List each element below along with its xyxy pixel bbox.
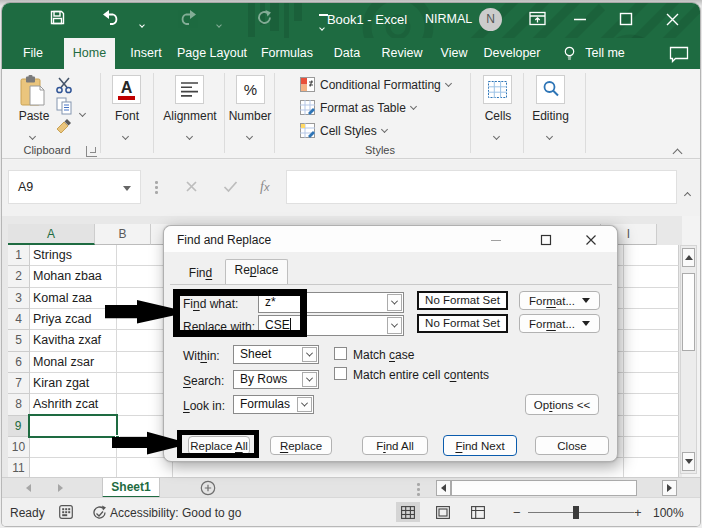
cell-I9[interactable] [623,416,679,437]
cut-icon[interactable] [55,77,73,94]
editing-group-button[interactable]: Editing [526,109,575,123]
horizontal-scrollbar-thumb[interactable] [451,480,637,496]
sheet-nav-right-icon[interactable] [58,484,63,492]
cells-dropdown-icon[interactable] [494,125,499,143]
format-painter-icon[interactable] [55,117,73,135]
close-button[interactable] [665,12,680,27]
cell-A3[interactable]: Komal zaa [30,288,117,309]
match-entire-checkbox[interactable] [334,367,347,380]
tab-formulas[interactable]: Formulas [254,38,320,69]
enter-icon[interactable] [223,180,238,193]
user-name[interactable]: NIRMAL [425,12,472,26]
tab-data[interactable]: Data [324,38,370,69]
cell-I6[interactable] [623,352,679,373]
font-group-button[interactable]: Font [105,109,149,123]
alignment-dropdown-icon[interactable] [187,125,192,143]
formula-input[interactable] [286,170,677,204]
hscroll-right-button[interactable] [662,480,677,496]
dialog-minimize-button[interactable] [490,234,502,246]
column-header-a[interactable]: A [8,224,95,245]
copy-icon[interactable] [56,97,73,115]
row-header-10[interactable]: 10 [8,437,30,458]
font-dropdown-icon[interactable] [123,125,128,143]
look-in-select[interactable]: Formulas [233,395,314,414]
options-button[interactable]: Options << [525,394,599,415]
tab-review[interactable]: Review [374,38,430,69]
zoom-out-button[interactable]: − [513,505,521,520]
match-case-label[interactable]: Match case [353,348,414,362]
maximize-button[interactable] [619,12,633,26]
conditional-formatting-button[interactable]: Conditional Formatting [300,76,451,93]
row-header-6[interactable]: 6 [8,352,30,373]
tab-home[interactable]: Home [64,38,115,69]
font-icon[interactable]: A [112,75,141,104]
row-header-5[interactable]: 5 [8,330,30,351]
cells-icon[interactable] [483,75,512,104]
minimize-button[interactable] [573,12,587,26]
cell-A7[interactable]: Kiran zgat [30,373,117,394]
dialog-close-button[interactable] [585,234,597,246]
cell-I1[interactable] [623,245,679,266]
paste-icon[interactable] [18,75,48,109]
cell-A5[interactable]: Kavitha zxaf [30,330,117,351]
redo-icon[interactable] [178,10,198,25]
find-what-dropdown-icon[interactable] [387,294,402,311]
cell-A11[interactable] [30,458,117,477]
new-sheet-button[interactable] [200,480,216,496]
cell-I4[interactable] [623,309,679,330]
sheet-nav-left-icon[interactable] [26,484,31,492]
cell-I8[interactable] [623,394,679,415]
cell-styles-button[interactable]: Cell Styles [300,122,387,139]
tab-view[interactable]: View [432,38,476,69]
dialog-maximize-button[interactable] [540,234,552,246]
number-dropdown-icon[interactable] [247,125,252,143]
cell-I10[interactable] [623,437,679,458]
repeat-icon[interactable] [256,9,273,26]
cell-I3[interactable] [623,288,679,309]
cell-A1[interactable]: Strings [30,245,117,266]
undo-dropdown-icon[interactable] [140,15,144,30]
replace-button[interactable]: Replace [270,436,332,455]
cell-B11[interactable] [117,458,173,477]
row-header-7[interactable]: 7 [8,373,30,394]
cell-I7[interactable] [623,373,679,394]
zoom-in-button[interactable]: + [634,505,642,520]
view-normal-button[interactable] [396,502,420,522]
search-select[interactable]: By Rows [233,370,319,389]
name-box[interactable]: A9 [8,170,141,204]
number-icon[interactable]: % [236,75,265,104]
column-header-b[interactable]: B [95,224,151,245]
tab-tell-me[interactable]: Tell me [580,38,630,69]
zoom-slider-track[interactable] [528,512,634,514]
format-as-table-button[interactable]: Format as Table [300,99,416,116]
scroll-down-button[interactable] [682,452,695,471]
copy-dropdown-icon[interactable] [80,102,85,120]
hscroll-left-button[interactable] [436,480,451,496]
number-group-button[interactable]: Number [224,109,276,123]
cell-I2[interactable] [623,266,679,287]
paste-dropdown-icon[interactable] [30,125,35,143]
view-page-layout-button[interactable] [431,502,455,522]
tab-page-layout[interactable]: Page Layout [172,38,252,69]
formula-bar-grip[interactable] [155,181,158,184]
tab-developer[interactable]: Developer [478,38,546,69]
close-button-dialog[interactable]: Close [535,436,609,455]
find-format-button[interactable]: Format... [519,291,600,310]
within-dropdown-icon[interactable] [302,347,317,362]
redo-dropdown-icon[interactable] [217,15,221,30]
selected-cell-outline[interactable] [28,414,118,439]
tab-file[interactable]: File [10,38,56,69]
match-case-checkbox[interactable] [334,347,347,360]
row-header-8[interactable]: 8 [8,394,30,415]
row-header-3[interactable]: 3 [8,288,30,309]
vertical-scrollbar-thumb[interactable] [682,273,695,351]
dialog-tab-find[interactable]: Find [178,263,223,285]
match-entire-label[interactable]: Match entire cell contents [353,368,489,382]
avatar[interactable]: N [479,8,502,31]
within-select[interactable]: Sheet [233,345,319,364]
collapse-ribbon-icon[interactable] [674,143,681,161]
undo-icon[interactable] [101,10,121,25]
sheet-bar-grip[interactable] [417,483,420,486]
row-header-9[interactable]: 9 [8,416,30,437]
row-header-1[interactable]: 1 [8,245,30,266]
